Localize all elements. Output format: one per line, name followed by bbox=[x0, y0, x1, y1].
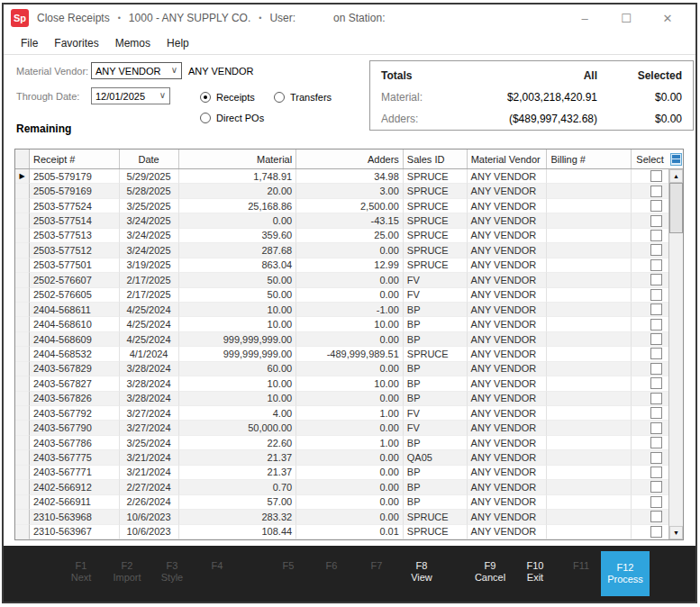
row-selector-cell[interactable] bbox=[15, 332, 30, 347]
cell-billing[interactable] bbox=[547, 229, 632, 243]
select-checkbox[interactable] bbox=[650, 215, 662, 227]
cell-billing[interactable] bbox=[547, 376, 632, 391]
maximize-icon[interactable]: ☐ bbox=[605, 12, 647, 25]
cell-billing[interactable] bbox=[547, 406, 632, 421]
table-row[interactable]: 2503-577512 3/24/2025 287.68 0.00 SPRUCE… bbox=[15, 243, 668, 258]
cell-material-vendor[interactable]: ANY VENDOR bbox=[468, 495, 548, 510]
cell-sales-id[interactable]: BP bbox=[404, 332, 468, 347]
table-row[interactable]: 2402-566911 2/26/2024 57.00 0.00 BP ANY … bbox=[15, 495, 668, 510]
cell-date[interactable]: 2/27/2024 bbox=[120, 480, 179, 494]
cell-sales-id[interactable]: BP bbox=[404, 466, 468, 480]
menu-file[interactable]: File bbox=[13, 33, 46, 53]
cell-sales-id[interactable]: FV bbox=[404, 273, 468, 287]
cell-material[interactable]: 10.00 bbox=[179, 376, 297, 391]
cell-material-vendor[interactable]: ANY VENDOR bbox=[468, 229, 548, 243]
cell-material-vendor[interactable]: ANY VENDOR bbox=[468, 347, 548, 361]
cell-receipt[interactable]: 2503-577514 bbox=[30, 213, 120, 228]
menu-help[interactable]: Help bbox=[159, 33, 197, 53]
cell-receipt[interactable]: 2403-567775 bbox=[30, 450, 120, 465]
cell-material[interactable]: 57.00 bbox=[179, 495, 297, 510]
cell-date[interactable]: 3/28/2024 bbox=[120, 392, 179, 406]
cell-receipt[interactable]: 2404-568609 bbox=[30, 332, 120, 347]
cell-date[interactable]: 3/25/2025 bbox=[120, 199, 179, 213]
cell-material[interactable]: 50.00 bbox=[179, 288, 297, 303]
select-checkbox[interactable] bbox=[650, 377, 662, 389]
radio-direct-pos[interactable]: Direct POs bbox=[200, 113, 264, 123]
table-row[interactable]: 2403-567827 3/28/2024 10.00 10.00 BP ANY… bbox=[15, 376, 668, 391]
cell-material-vendor[interactable]: ANY VENDOR bbox=[468, 436, 548, 450]
cell-date[interactable]: 4/25/2024 bbox=[120, 317, 179, 331]
scroll-up-icon[interactable]: ▲ bbox=[669, 169, 683, 183]
radio-receipts[interactable]: Receipts bbox=[200, 92, 255, 103]
cell-adders[interactable]: 0.00 bbox=[296, 362, 404, 376]
select-checkbox[interactable] bbox=[650, 467, 662, 478]
cell-adders[interactable]: 0.00 bbox=[296, 495, 404, 510]
cell-material-vendor[interactable]: ANY VENDOR bbox=[468, 525, 548, 539]
row-selector-cell[interactable] bbox=[15, 450, 30, 465]
menu-memos[interactable]: Memos bbox=[107, 33, 159, 53]
cell-adders[interactable]: 0.00 bbox=[296, 243, 404, 258]
close-icon[interactable]: ✕ bbox=[647, 12, 688, 25]
cell-date[interactable]: 5/29/2025 bbox=[120, 169, 179, 184]
grid-header-receipt[interactable]: Receipt # bbox=[30, 149, 120, 168]
cell-billing[interactable] bbox=[547, 213, 632, 228]
table-row[interactable]: 2505-579169 5/28/2025 20.00 3.00 SPRUCE … bbox=[15, 184, 668, 198]
table-row[interactable]: 2503-577514 3/24/2025 0.00 -43.15 SPRUCE… bbox=[15, 213, 668, 228]
row-selector-cell[interactable] bbox=[15, 288, 30, 303]
cell-material[interactable]: 999,999,999.00 bbox=[179, 332, 297, 347]
cell-receipt[interactable]: 2404-568611 bbox=[30, 303, 120, 317]
table-row[interactable]: 2310-563968 10/6/2023 283.32 0.00 SPRUCE… bbox=[15, 510, 668, 524]
select-checkbox[interactable] bbox=[650, 348, 662, 359]
cell-material-vendor[interactable]: ANY VENDOR bbox=[468, 362, 548, 376]
grid-header-billing[interactable]: Billing # bbox=[547, 149, 632, 168]
grid-header-adders[interactable]: Adders bbox=[296, 149, 404, 168]
minimize-icon[interactable]: – bbox=[564, 12, 605, 25]
fkey-f9-cancel[interactable]: F9 Cancel bbox=[466, 560, 514, 584]
cell-date[interactable]: 2/26/2024 bbox=[120, 495, 179, 510]
select-checkbox[interactable] bbox=[650, 289, 662, 301]
cell-material-vendor[interactable]: ANY VENDOR bbox=[468, 317, 548, 331]
cell-date[interactable]: 3/27/2024 bbox=[120, 406, 179, 421]
cell-material-vendor[interactable]: ANY VENDOR bbox=[468, 288, 548, 303]
table-row[interactable]: 2403-567771 3/21/2024 21.37 0.00 BP ANY … bbox=[15, 466, 668, 480]
cell-adders[interactable]: 34.98 bbox=[296, 169, 404, 184]
cell-material[interactable]: 4.00 bbox=[179, 406, 297, 421]
cell-sales-id[interactable]: BP bbox=[404, 392, 468, 406]
cell-date[interactable]: 3/24/2025 bbox=[120, 229, 179, 243]
grid-vertical-scrollbar[interactable]: ▲ ▼ bbox=[668, 169, 683, 539]
cell-receipt[interactable]: 2403-567771 bbox=[30, 466, 120, 480]
cell-sales-id[interactable]: SPRUCE bbox=[404, 347, 468, 361]
select-checkbox[interactable] bbox=[650, 186, 662, 197]
cell-date[interactable]: 3/24/2025 bbox=[120, 243, 179, 258]
radio-transfers[interactable]: Transfers bbox=[274, 92, 332, 103]
through-date-combobox[interactable]: 12/01/2025 ∨ bbox=[91, 87, 170, 104]
row-selector-cell[interactable] bbox=[15, 213, 30, 228]
cell-sales-id[interactable]: SPRUCE bbox=[404, 184, 468, 198]
grid-header-date[interactable]: Date bbox=[120, 149, 179, 168]
cell-billing[interactable] bbox=[547, 436, 632, 450]
select-checkbox[interactable] bbox=[650, 274, 662, 285]
cell-billing[interactable] bbox=[547, 288, 632, 303]
cell-date[interactable]: 2/17/2025 bbox=[120, 273, 179, 287]
cell-date[interactable]: 5/28/2025 bbox=[120, 184, 179, 198]
row-selector-cell[interactable] bbox=[15, 421, 30, 435]
cell-billing[interactable] bbox=[547, 525, 632, 539]
cell-date[interactable]: 3/28/2024 bbox=[120, 376, 179, 391]
cell-adders[interactable]: 0.00 bbox=[296, 450, 404, 465]
cell-billing[interactable] bbox=[547, 199, 632, 213]
cell-sales-id[interactable]: SPRUCE bbox=[404, 525, 468, 539]
cell-material[interactable]: 108.44 bbox=[179, 525, 297, 539]
row-selector-cell[interactable] bbox=[15, 199, 30, 213]
cell-billing[interactable] bbox=[547, 466, 632, 480]
cell-material[interactable]: 283.32 bbox=[179, 510, 297, 524]
cell-adders[interactable]: 1.00 bbox=[296, 436, 404, 450]
cell-billing[interactable] bbox=[547, 347, 632, 361]
row-selector-cell[interactable] bbox=[15, 258, 30, 273]
table-row[interactable]: 2403-567792 3/27/2024 4.00 1.00 FV ANY V… bbox=[15, 406, 668, 421]
cell-date[interactable]: 4/25/2024 bbox=[120, 332, 179, 347]
table-row[interactable]: 2403-567775 3/21/2024 21.37 0.00 QA05 AN… bbox=[15, 450, 668, 465]
cell-billing[interactable] bbox=[547, 392, 632, 406]
cell-material-vendor[interactable]: ANY VENDOR bbox=[468, 303, 548, 317]
cell-adders[interactable]: 10.00 bbox=[296, 317, 404, 331]
select-checkbox[interactable] bbox=[650, 304, 662, 315]
